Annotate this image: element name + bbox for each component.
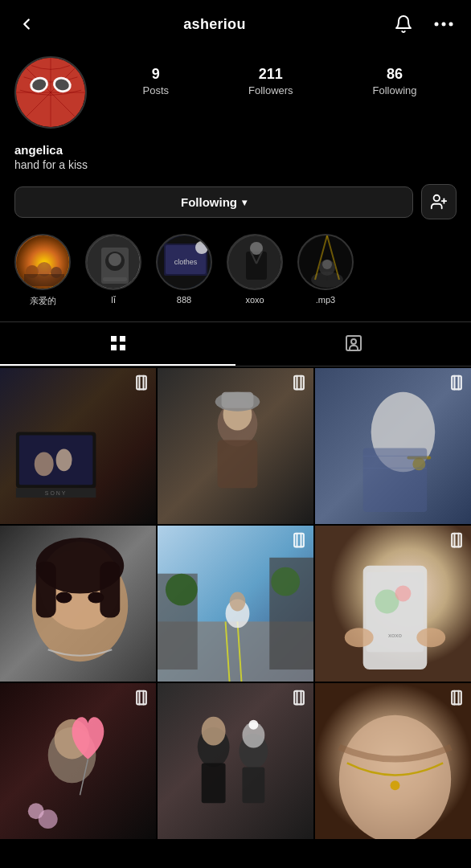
bio-text: hand for a kiss [14,158,457,171]
svg-rect-49 [19,436,93,485]
highlight-label: xoxo [245,295,264,305]
svg-rect-114 [137,691,146,705]
grid-item[interactable] [315,368,471,524]
svg-point-91 [230,592,246,612]
following-button[interactable]: Following ▾ [14,186,413,218]
stats-area: 9 Posts 211 Followers 86 Following [103,56,457,96]
followers-count: 211 [259,66,283,83]
multi-post-icon [448,532,465,548]
following-label: Following [373,84,417,96]
svg-point-104 [416,628,445,647]
grid-item[interactable]: xoxo [315,526,471,682]
svg-point-40 [322,260,332,269]
more-options-button[interactable] [431,18,457,30]
svg-text:xoxo: xoxo [388,632,402,639]
highlight-circle [14,234,71,290]
multi-post-icon [133,690,149,706]
svg-point-130 [391,780,400,790]
highlight-circle [85,234,141,290]
svg-point-101 [395,586,411,602]
svg-rect-73 [452,376,461,390]
svg-rect-62 [218,440,258,489]
svg-point-12 [434,195,440,201]
svg-rect-24 [103,277,127,281]
svg-rect-42 [120,336,125,342]
follow-area: Following ▾ [0,184,471,234]
multi-post-icon [291,375,307,391]
bio-section: angelica hand for a kiss [0,140,471,184]
svg-rect-61 [222,392,254,408]
highlight-item[interactable]: lǐ [85,234,141,307]
posts-label: Posts [142,84,169,96]
svg-text:clothes: clothes [174,258,198,266]
svg-rect-105 [452,534,461,547]
svg-rect-94 [294,534,304,547]
add-friend-button[interactable] [421,184,457,219]
svg-rect-81 [100,562,120,618]
svg-rect-54 [137,376,146,390]
multi-post-icon [291,690,307,706]
notification-button[interactable] [391,11,416,37]
grid-item[interactable]: SONY [0,368,156,524]
highlight-item[interactable]: 亲爱的 [14,234,71,307]
highlight-label: 亲爱的 [30,295,56,307]
svg-rect-120 [202,763,226,803]
svg-rect-63 [294,376,304,390]
highlight-item[interactable]: xoxo [227,234,283,307]
svg-rect-99 [367,572,424,652]
following-label: Following [181,195,237,209]
tab-bar [0,321,471,366]
svg-point-113 [28,803,44,819]
grid-item[interactable] [158,683,313,839]
chevron-down-icon: ▾ [242,197,247,208]
svg-text:SONY: SONY [45,490,68,496]
svg-point-124 [248,720,258,730]
grid-item[interactable] [0,683,156,839]
highlight-label: .mp3 [316,295,335,305]
photo-grid: SONY [0,368,471,839]
following-stat[interactable]: 86 Following [373,66,417,96]
header-icons [391,11,457,37]
svg-point-103 [345,628,374,647]
svg-point-50 [35,452,54,476]
svg-point-92 [166,574,198,606]
multi-post-icon [133,375,149,391]
grid-item[interactable] [0,526,156,682]
multi-post-icon [448,375,465,391]
back-button[interactable] [14,12,39,36]
highlight-circle: clothes [156,234,212,290]
highlight-item[interactable]: clothes 888 [156,234,212,307]
svg-rect-19 [24,274,64,286]
svg-rect-123 [242,767,264,803]
highlights-section: 亲爱的 lǐ clothes 888 [0,234,471,321]
svg-rect-125 [294,691,304,705]
svg-point-46 [351,339,356,344]
highlight-circle [227,234,283,290]
grid-item[interactable] [158,526,313,682]
svg-rect-70 [363,448,428,512]
profile-section: 9 Posts 211 Followers 86 Following [0,48,471,140]
header: asheriou [0,0,471,48]
grid-item[interactable] [315,683,471,839]
tab-grid[interactable] [0,322,236,366]
followers-label: Followers [248,84,293,96]
svg-point-93 [271,567,300,596]
following-count: 86 [387,66,403,83]
tab-tagged[interactable] [236,322,471,366]
posts-stat[interactable]: 9 Posts [142,66,169,96]
svg-point-1 [442,23,446,27]
followers-stat[interactable]: 211 Followers [248,66,293,96]
svg-point-83 [88,592,104,604]
svg-point-23 [109,253,121,266]
svg-point-82 [56,592,72,604]
grid-item[interactable] [158,368,313,524]
svg-point-0 [435,23,439,27]
svg-rect-131 [452,691,461,705]
svg-point-119 [202,717,226,746]
svg-rect-43 [111,345,117,350]
posts-count: 9 [152,66,160,83]
multi-post-icon [291,532,307,548]
svg-rect-117 [158,683,313,839]
highlight-item[interactable]: .mp3 [297,234,354,307]
avatar[interactable] [14,56,87,129]
